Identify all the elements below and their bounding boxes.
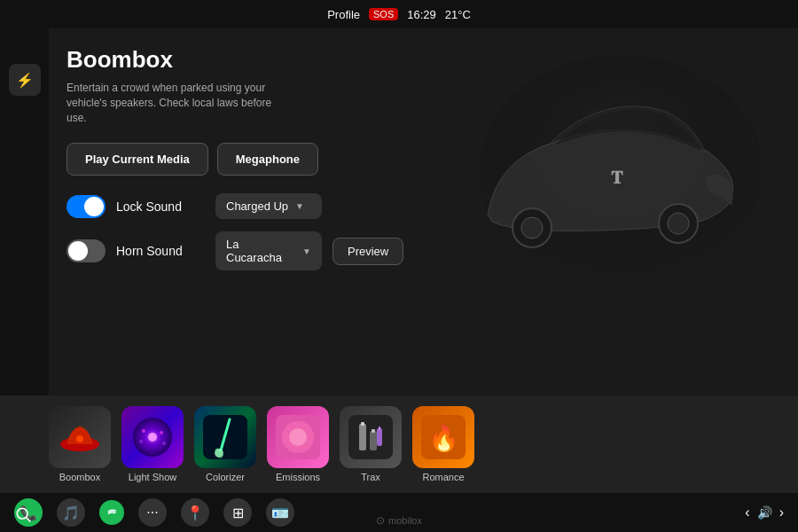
svg-rect-28 (379, 426, 380, 430)
app-item-trax[interactable]: Trax (340, 406, 402, 482)
nav-prev[interactable]: ‹ (745, 505, 749, 520)
lock-sound-label: Lock Sound (116, 200, 205, 214)
lock-sound-toggle[interactable] (66, 195, 106, 218)
app-item-boombox[interactable]: Boombox (49, 406, 111, 482)
taskbar-camera-icon[interactable]: 🎵 (57, 498, 85, 527)
boombox-description: Entertain a crowd when parked using your… (66, 81, 279, 125)
taskbar-nav: ‹ 🔊 › (745, 505, 784, 520)
app-item-lightshow[interactable]: Light Show (121, 406, 184, 482)
mobilox-icon: ⊙ (376, 514, 385, 527)
horn-sound-option: La Cucaracha (226, 238, 295, 264)
svg-rect-23 (359, 424, 366, 450)
boombox-panel: Boombox Entertain a crowd when parked us… (66, 46, 386, 283)
sidebar-bolt-icon[interactable]: ⚡ (9, 64, 41, 96)
boombox-title: Boombox (66, 46, 386, 74)
horn-sound-controls: Horn Sound La Cucaracha ▼ Preview (66, 231, 403, 270)
taskbar-spotify-icon[interactable] (99, 500, 124, 525)
megaphone-button[interactable]: Megaphone (217, 143, 318, 176)
toggle-knob (84, 197, 104, 216)
car-visual: 𝐓 (426, 55, 763, 286)
main-area: ⚡ (0, 28, 798, 443)
svg-rect-25 (361, 422, 364, 426)
app-item-emissions[interactable]: Emissions (267, 406, 329, 482)
svg-point-11 (142, 429, 145, 433)
horn-toggle-knob (68, 241, 88, 261)
play-current-media-button[interactable]: Play Current Media (66, 143, 208, 176)
app-icon-lightshow (121, 406, 184, 468)
content-panel: 𝐓 Boombox Entertain a crowd when parked … (49, 28, 798, 443)
lock-sound-dropdown[interactable]: Charged Up ▼ (215, 193, 322, 219)
taskbar-card-icon[interactable]: 🪪 (266, 498, 294, 527)
nav-volume-icon[interactable]: 🔊 (757, 505, 772, 520)
svg-text:🔥: 🔥 (428, 424, 459, 453)
app-item-colorizer[interactable]: Colorizer (194, 406, 256, 482)
status-sos: SOS (369, 8, 398, 20)
svg-point-5 (668, 213, 689, 234)
svg-point-13 (139, 440, 143, 443)
app-icon-trax (340, 406, 402, 468)
lock-sound-option: Charged Up (226, 200, 288, 213)
svg-line-33 (27, 518, 31, 522)
horn-sound-toggle[interactable] (66, 239, 106, 262)
svg-rect-24 (370, 431, 377, 450)
svg-rect-26 (372, 429, 375, 433)
taskbar-map-icon[interactable]: 📍 (181, 498, 209, 527)
app-icon-romance: 🔥 (412, 406, 474, 468)
app-label-trax: Trax (361, 472, 380, 482)
horn-sound-dropdown-arrow: ▼ (302, 246, 311, 256)
horn-sound-dropdown[interactable]: La Cucaracha ▼ (215, 231, 322, 270)
svg-point-21 (289, 428, 307, 446)
svg-text:𝐓: 𝐓 (611, 168, 623, 187)
status-time: 16:29 (407, 8, 436, 21)
left-sidebar: ⚡ (0, 28, 49, 443)
horn-sound-label: Horn Sound (116, 244, 205, 258)
app-label-emissions: Emissions (276, 472, 320, 482)
horn-preview-button[interactable]: Preview (332, 238, 403, 265)
app-icon-boombox (49, 406, 111, 468)
svg-point-8 (76, 435, 83, 442)
svg-point-14 (162, 442, 166, 445)
app-tray: Boombox Light Show (0, 395, 798, 493)
mobilox-label: mobilox (388, 515, 422, 526)
status-bar: Profile SOS 16:29 21°C (0, 0, 798, 28)
mobilox-brand: ⊙ mobilox (376, 514, 422, 527)
app-item-romance[interactable]: 🔥 Romance (412, 406, 474, 482)
svg-rect-27 (377, 428, 382, 446)
app-icon-colorizer (194, 406, 256, 468)
app-label-lightshow: Light Show (129, 472, 176, 482)
app-icon-emissions (267, 406, 329, 468)
lock-sound-row: Lock Sound Charged Up ▼ (66, 193, 386, 219)
taskbar-grid-icon[interactable]: ⊞ (223, 498, 252, 527)
nav-next[interactable]: › (779, 505, 784, 520)
lock-sound-dropdown-arrow: ▼ (295, 201, 304, 211)
action-button-row: Play Current Media Megaphone (66, 143, 386, 176)
svg-point-32 (17, 508, 27, 519)
svg-point-12 (160, 431, 163, 434)
status-profile: Profile (327, 8, 360, 21)
horn-sound-row: Horn Sound La Cucaracha ▼ Preview (66, 231, 386, 270)
app-label-colorizer: Colorizer (206, 472, 245, 482)
svg-point-3 (521, 217, 543, 239)
taskbar-dots-icon[interactable]: ··· (138, 498, 167, 527)
status-temp: 21°C (445, 8, 471, 21)
search-icon[interactable] (14, 505, 32, 527)
svg-point-10 (148, 433, 157, 442)
app-label-romance: Romance (422, 472, 464, 482)
app-label-boombox: Boombox (59, 472, 100, 482)
